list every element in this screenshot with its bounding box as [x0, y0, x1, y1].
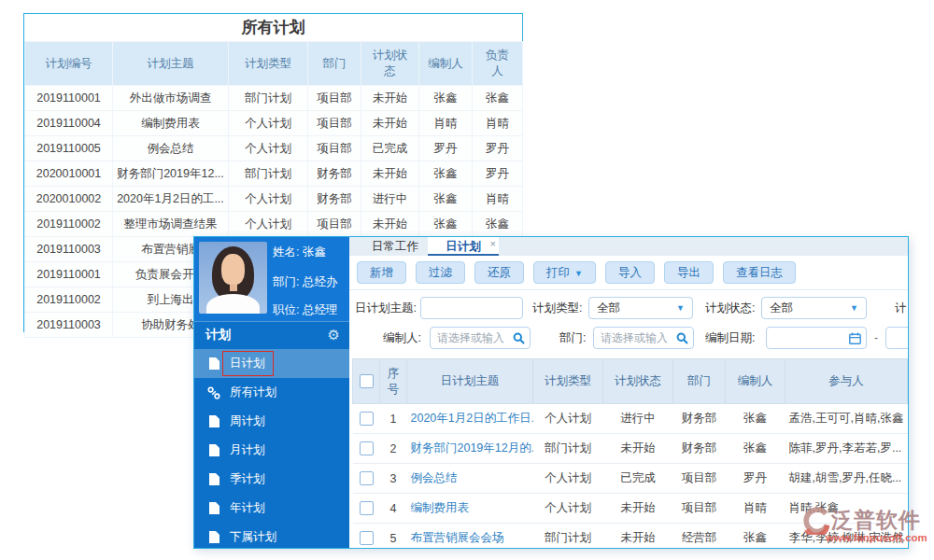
sidebar-item-daily-plan[interactable]: 日计划 — [194, 349, 349, 378]
plan-number-cell: 2020010002 — [25, 187, 113, 212]
table-row[interactable]: 2020010002 2020年1月2日的工... 个人计划 财务部 进行中 张… — [25, 187, 523, 212]
sidebar-item-all-plans[interactable]: 所有计划 — [194, 378, 349, 407]
row-checkbox[interactable] — [360, 471, 374, 485]
sidebar-item-monthly-plan[interactable]: 月计划 — [194, 436, 349, 465]
sidebar-item-quarterly-plan[interactable]: 季计划 — [194, 465, 349, 494]
date-to-picker — [885, 327, 908, 349]
date-to-input[interactable] — [886, 328, 908, 348]
plan-subject-link[interactable]: 财务部门2019年12月的... — [407, 434, 533, 464]
watermark-url: www.fanpusoft.com — [826, 532, 934, 543]
column-header[interactable]: 日计划主题 — [407, 359, 533, 404]
table-row[interactable]: 2019110005 例会总结 个人计划 项目部 已完成 罗丹 罗丹 — [25, 136, 523, 161]
column-header[interactable]: 部门 — [673, 359, 726, 404]
column-header[interactable]: 负责人 — [473, 42, 523, 86]
creator-cell: 罗丹 — [726, 464, 785, 494]
column-header[interactable]: 计划状态 — [603, 359, 673, 404]
department-cell: 项目部 — [308, 136, 361, 161]
import-button[interactable]: 导入 — [605, 261, 655, 284]
plan-status-cell: 进行中 — [603, 404, 673, 434]
plan-status-cell: 未开始 — [361, 86, 419, 111]
view-log-button[interactable]: 查看日志 — [723, 261, 796, 284]
close-icon[interactable]: × — [490, 237, 496, 253]
checkbox-cell — [353, 524, 380, 548]
row-checkbox[interactable] — [360, 531, 374, 545]
department-cell: 项目部 — [673, 464, 726, 494]
select-all-cell — [353, 359, 380, 404]
plan-type-cell: 个人计划 — [229, 187, 308, 212]
print-button[interactable]: 打印▼ — [533, 261, 596, 284]
sidebar-item-subordinate-plan[interactable]: 下属计划 — [194, 523, 349, 548]
plan-status-select[interactable]: 全部 ▼ — [761, 297, 867, 319]
sidebar-menu: 日计划 所有计划 周计划 月计划 季计划 — [194, 349, 349, 548]
table-row[interactable]: 1 2020年1月2日的工作日... 个人计划 进行中 财务部 张鑫 孟浩,王可… — [353, 404, 908, 434]
plan-number-cell: 2019110001 — [25, 262, 113, 287]
creator-cell: 张鑫 — [419, 187, 473, 212]
plan-subject-link[interactable]: 2020年1月2日的工作日... — [407, 404, 533, 434]
subject-filter-input[interactable] — [420, 297, 523, 319]
filter-button[interactable]: 过滤 — [416, 261, 465, 284]
sidebar-item-yearly-plan[interactable]: 年计划 — [194, 494, 349, 523]
column-header[interactable]: 计划编号 — [25, 42, 113, 86]
table-row[interactable]: 2 财务部门2019年12月的... 部门计划 未开始 财务部 张鑫 陈菲,罗丹… — [353, 434, 908, 464]
export-button[interactable]: 导出 — [664, 261, 714, 284]
row-number-cell: 1 — [380, 404, 407, 434]
column-header[interactable]: 部门 — [308, 42, 361, 86]
column-header[interactable]: 计划类型 — [533, 359, 603, 404]
column-header[interactable]: 参与人 — [785, 359, 908, 404]
owner-cell: 罗丹 — [473, 136, 523, 161]
plan-subject-cell: 2020年1月2日的工... — [113, 187, 229, 212]
column-header[interactable]: 计划主题 — [113, 42, 229, 86]
date-range-separator: - — [874, 327, 878, 349]
table-row[interactable]: 2019110004 编制费用表 个人计划 项目部 未开始 肖晴 肖晴 — [25, 111, 523, 136]
plan-subject-link[interactable]: 编制费用表 — [407, 494, 533, 524]
column-header[interactable]: 编制人 — [726, 359, 785, 404]
column-header[interactable]: 序号 — [380, 359, 407, 404]
plan-type-cell: 个人计划 — [229, 111, 308, 136]
link-icon — [207, 386, 220, 399]
table-row[interactable]: 2019110002 整理市场调查结果 个人计划 项目部 未开始 张鑫 张鑫 — [25, 212, 523, 237]
row-checkbox[interactable] — [360, 441, 374, 455]
status-filter-label: 计划状态: — [705, 297, 755, 319]
file-icon — [207, 502, 220, 514]
plan-number-cell: 2019110002 — [25, 287, 113, 313]
search-icon[interactable] — [676, 332, 688, 347]
calendar-icon[interactable] — [849, 332, 861, 347]
sidebar-item-weekly-plan[interactable]: 周计划 — [194, 407, 349, 436]
creator-cell: 张鑫 — [726, 524, 785, 548]
column-header[interactable]: 计划状态 — [361, 42, 419, 86]
column-header[interactable]: 计划类型 — [229, 42, 308, 86]
creator-filter-label: 编制人: — [383, 327, 421, 349]
plan-subject-cell: 编制费用表 — [113, 111, 229, 136]
tab-daily-plan[interactable]: 日计划 × — [428, 237, 499, 256]
file-icon — [207, 415, 220, 427]
plan-subject-cell: 外出做市场调查 — [113, 86, 229, 111]
plan-subject-link[interactable]: 布置营销展会会场 — [407, 524, 533, 548]
participants-cell: 胡建,胡雪,罗丹,任晓... — [785, 464, 908, 494]
creator-cell: 张鑫 — [419, 212, 473, 237]
table-row[interactable]: 3 例会总结 个人计划 已完成 项目部 罗丹 胡建,胡雪,罗丹,任晓... — [353, 464, 908, 494]
select-all-checkbox[interactable] — [360, 374, 374, 388]
column-header[interactable]: 编制人 — [419, 42, 473, 86]
plan-status-cell: 未开始 — [361, 111, 419, 136]
reset-button[interactable]: 还原 — [474, 261, 524, 284]
sidebar-header-label: 计划 — [205, 328, 231, 342]
row-checkbox[interactable] — [360, 501, 374, 515]
row-checkbox[interactable] — [360, 412, 374, 426]
tab-daily-work[interactable]: 日常工作 — [366, 237, 424, 256]
table-row[interactable]: 2019110001 外出做市场调查 部门计划 项目部 未开始 张鑫 张鑫 — [25, 86, 523, 111]
plan-status-cell: 已完成 — [361, 136, 419, 161]
tab-label: 日计划 — [446, 240, 481, 253]
search-icon[interactable] — [513, 332, 525, 347]
plan-type-select[interactable]: 全部 ▼ — [588, 297, 693, 319]
row-number-cell: 3 — [380, 464, 407, 494]
type-filter-label: 计划类型: — [532, 297, 582, 319]
plan-subject-link[interactable]: 例会总结 — [407, 464, 533, 494]
table-row[interactable]: 2020010001 财务部门2019年12... 部门计划 财务部 未开始 张… — [25, 161, 523, 187]
gear-icon[interactable]: ⚙ — [328, 322, 340, 348]
department-cell: 财务部 — [308, 187, 361, 212]
plan-type-cell: 部门计划 — [533, 524, 603, 548]
add-button[interactable]: 新增 — [357, 261, 406, 284]
subject-filter-label: 日计划主题: — [355, 297, 417, 319]
sidebar-item-label: 年计划 — [230, 500, 265, 516]
plan-type-cell: 部门计划 — [533, 434, 603, 464]
